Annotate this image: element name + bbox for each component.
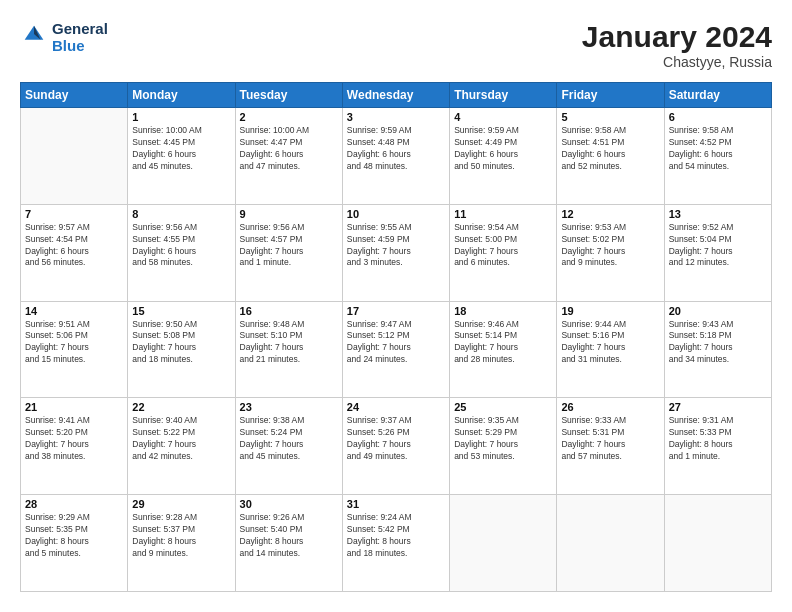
day-cell-0-1: 1Sunrise: 10:00 AMSunset: 4:45 PMDayligh… (128, 108, 235, 205)
day-info: Sunrise: 9:41 AMSunset: 5:20 PMDaylight:… (25, 415, 123, 463)
header-wednesday: Wednesday (342, 83, 449, 108)
day-info: Sunrise: 9:54 AMSunset: 5:00 PMDaylight:… (454, 222, 552, 270)
day-cell-0-6: 6Sunrise: 9:58 AMSunset: 4:52 PMDaylight… (664, 108, 771, 205)
day-number: 12 (561, 208, 659, 220)
day-info: Sunrise: 9:44 AMSunset: 5:16 PMDaylight:… (561, 319, 659, 367)
page: General Blue January 2024 Chastyye, Russ… (0, 0, 792, 612)
day-cell-1-5: 12Sunrise: 9:53 AMSunset: 5:02 PMDayligh… (557, 204, 664, 301)
day-number: 28 (25, 498, 123, 510)
day-cell-4-4 (450, 495, 557, 592)
day-info: Sunrise: 9:43 AMSunset: 5:18 PMDaylight:… (669, 319, 767, 367)
day-info: Sunrise: 9:53 AMSunset: 5:02 PMDaylight:… (561, 222, 659, 270)
week-row-2: 14Sunrise: 9:51 AMSunset: 5:06 PMDayligh… (21, 301, 772, 398)
day-info: Sunrise: 9:55 AMSunset: 4:59 PMDaylight:… (347, 222, 445, 270)
calendar-subtitle: Chastyye, Russia (582, 54, 772, 70)
day-cell-2-6: 20Sunrise: 9:43 AMSunset: 5:18 PMDayligh… (664, 301, 771, 398)
day-cell-2-3: 17Sunrise: 9:47 AMSunset: 5:12 PMDayligh… (342, 301, 449, 398)
day-cell-0-0 (21, 108, 128, 205)
day-cell-4-0: 28Sunrise: 9:29 AMSunset: 5:35 PMDayligh… (21, 495, 128, 592)
day-info: Sunrise: 9:28 AMSunset: 5:37 PMDaylight:… (132, 512, 230, 560)
day-cell-1-2: 9Sunrise: 9:56 AMSunset: 4:57 PMDaylight… (235, 204, 342, 301)
day-number: 17 (347, 305, 445, 317)
header-sunday: Sunday (21, 83, 128, 108)
week-row-1: 7Sunrise: 9:57 AMSunset: 4:54 PMDaylight… (21, 204, 772, 301)
day-cell-3-2: 23Sunrise: 9:38 AMSunset: 5:24 PMDayligh… (235, 398, 342, 495)
title-block: January 2024 Chastyye, Russia (582, 20, 772, 70)
day-info: Sunrise: 9:59 AMSunset: 4:49 PMDaylight:… (454, 125, 552, 173)
day-number: 13 (669, 208, 767, 220)
day-info: Sunrise: 9:50 AMSunset: 5:08 PMDaylight:… (132, 319, 230, 367)
day-info: Sunrise: 9:40 AMSunset: 5:22 PMDaylight:… (132, 415, 230, 463)
day-number: 18 (454, 305, 552, 317)
day-info: Sunrise: 9:51 AMSunset: 5:06 PMDaylight:… (25, 319, 123, 367)
day-number: 11 (454, 208, 552, 220)
day-cell-1-4: 11Sunrise: 9:54 AMSunset: 5:00 PMDayligh… (450, 204, 557, 301)
day-info: Sunrise: 9:58 AMSunset: 4:51 PMDaylight:… (561, 125, 659, 173)
day-cell-3-4: 25Sunrise: 9:35 AMSunset: 5:29 PMDayligh… (450, 398, 557, 495)
day-cell-2-5: 19Sunrise: 9:44 AMSunset: 5:16 PMDayligh… (557, 301, 664, 398)
day-number: 23 (240, 401, 338, 413)
day-number: 9 (240, 208, 338, 220)
day-number: 15 (132, 305, 230, 317)
day-number: 29 (132, 498, 230, 510)
logo: General Blue (20, 20, 108, 54)
day-number: 8 (132, 208, 230, 220)
day-cell-1-6: 13Sunrise: 9:52 AMSunset: 5:04 PMDayligh… (664, 204, 771, 301)
day-number: 5 (561, 111, 659, 123)
day-number: 2 (240, 111, 338, 123)
day-info: Sunrise: 10:00 AMSunset: 4:47 PMDaylight… (240, 125, 338, 173)
day-info: Sunrise: 9:26 AMSunset: 5:40 PMDaylight:… (240, 512, 338, 560)
day-cell-0-4: 4Sunrise: 9:59 AMSunset: 4:49 PMDaylight… (450, 108, 557, 205)
day-info: Sunrise: 9:29 AMSunset: 5:35 PMDaylight:… (25, 512, 123, 560)
week-row-4: 28Sunrise: 9:29 AMSunset: 5:35 PMDayligh… (21, 495, 772, 592)
header: General Blue January 2024 Chastyye, Russ… (20, 20, 772, 70)
day-cell-3-0: 21Sunrise: 9:41 AMSunset: 5:20 PMDayligh… (21, 398, 128, 495)
day-number: 31 (347, 498, 445, 510)
day-number: 26 (561, 401, 659, 413)
day-cell-3-5: 26Sunrise: 9:33 AMSunset: 5:31 PMDayligh… (557, 398, 664, 495)
header-thursday: Thursday (450, 83, 557, 108)
day-number: 24 (347, 401, 445, 413)
day-number: 20 (669, 305, 767, 317)
day-info: Sunrise: 9:48 AMSunset: 5:10 PMDaylight:… (240, 319, 338, 367)
header-monday: Monday (128, 83, 235, 108)
day-number: 7 (25, 208, 123, 220)
day-cell-4-6 (664, 495, 771, 592)
day-number: 14 (25, 305, 123, 317)
day-number: 27 (669, 401, 767, 413)
day-cell-0-2: 2Sunrise: 10:00 AMSunset: 4:47 PMDayligh… (235, 108, 342, 205)
day-number: 1 (132, 111, 230, 123)
logo-icon (20, 21, 48, 49)
week-row-3: 21Sunrise: 9:41 AMSunset: 5:20 PMDayligh… (21, 398, 772, 495)
day-info: Sunrise: 9:56 AMSunset: 4:55 PMDaylight:… (132, 222, 230, 270)
header-saturday: Saturday (664, 83, 771, 108)
day-cell-0-3: 3Sunrise: 9:59 AMSunset: 4:48 PMDaylight… (342, 108, 449, 205)
day-info: Sunrise: 9:56 AMSunset: 4:57 PMDaylight:… (240, 222, 338, 270)
day-info: Sunrise: 9:24 AMSunset: 5:42 PMDaylight:… (347, 512, 445, 560)
header-tuesday: Tuesday (235, 83, 342, 108)
day-info: Sunrise: 9:37 AMSunset: 5:26 PMDaylight:… (347, 415, 445, 463)
week-row-0: 1Sunrise: 10:00 AMSunset: 4:45 PMDayligh… (21, 108, 772, 205)
day-info: Sunrise: 9:52 AMSunset: 5:04 PMDaylight:… (669, 222, 767, 270)
day-info: Sunrise: 9:33 AMSunset: 5:31 PMDaylight:… (561, 415, 659, 463)
calendar-title: January 2024 (582, 20, 772, 54)
day-info: Sunrise: 9:59 AMSunset: 4:48 PMDaylight:… (347, 125, 445, 173)
day-info: Sunrise: 9:58 AMSunset: 4:52 PMDaylight:… (669, 125, 767, 173)
day-info: Sunrise: 9:35 AMSunset: 5:29 PMDaylight:… (454, 415, 552, 463)
header-friday: Friday (557, 83, 664, 108)
day-number: 21 (25, 401, 123, 413)
day-cell-1-1: 8Sunrise: 9:56 AMSunset: 4:55 PMDaylight… (128, 204, 235, 301)
day-info: Sunrise: 9:31 AMSunset: 5:33 PMDaylight:… (669, 415, 767, 463)
logo-text: General Blue (52, 20, 108, 54)
day-number: 25 (454, 401, 552, 413)
day-number: 30 (240, 498, 338, 510)
day-cell-4-3: 31Sunrise: 9:24 AMSunset: 5:42 PMDayligh… (342, 495, 449, 592)
day-number: 10 (347, 208, 445, 220)
day-cell-2-0: 14Sunrise: 9:51 AMSunset: 5:06 PMDayligh… (21, 301, 128, 398)
day-cell-3-1: 22Sunrise: 9:40 AMSunset: 5:22 PMDayligh… (128, 398, 235, 495)
day-info: Sunrise: 9:47 AMSunset: 5:12 PMDaylight:… (347, 319, 445, 367)
calendar-table: Sunday Monday Tuesday Wednesday Thursday… (20, 82, 772, 592)
day-cell-1-3: 10Sunrise: 9:55 AMSunset: 4:59 PMDayligh… (342, 204, 449, 301)
day-cell-4-1: 29Sunrise: 9:28 AMSunset: 5:37 PMDayligh… (128, 495, 235, 592)
day-number: 4 (454, 111, 552, 123)
